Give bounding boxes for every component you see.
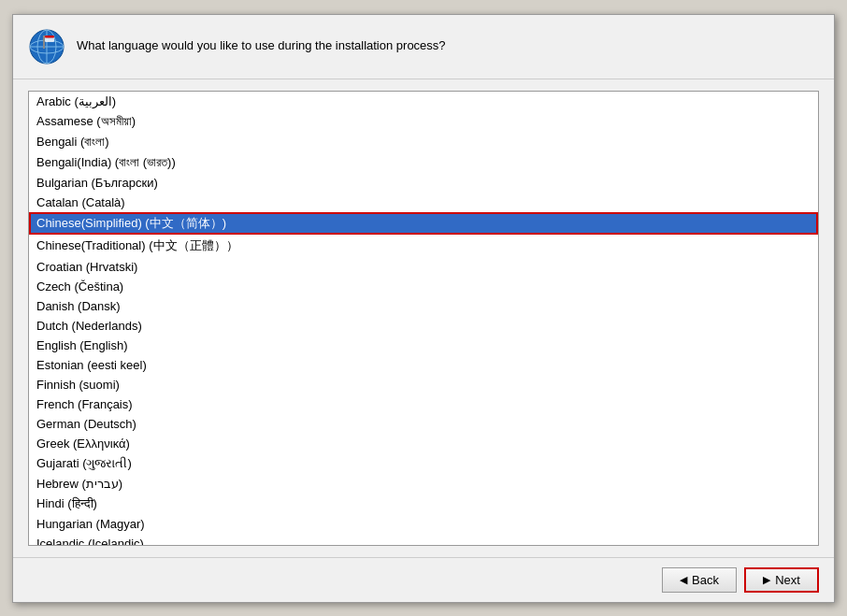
- list-item[interactable]: English (English): [29, 336, 818, 355]
- back-arrow-icon: ◀: [680, 574, 687, 586]
- svg-rect-7: [43, 36, 45, 49]
- list-item[interactable]: Gujarati (ગુજરાતી): [29, 453, 818, 474]
- installer-icon: [28, 28, 65, 65]
- next-arrow-icon: ▶: [763, 574, 770, 586]
- dialog-content: Arabic (العربية)Assamese (অসমীয়া)Bengal…: [13, 79, 834, 557]
- next-label: Next: [775, 573, 800, 587]
- dialog-footer: ◀ Back ▶ Next: [13, 557, 834, 602]
- list-item[interactable]: Hebrew (עברית): [29, 474, 818, 494]
- list-item[interactable]: Czech (Čeština): [29, 277, 818, 296]
- list-item[interactable]: Bengali (বাংলা): [29, 132, 818, 152]
- list-item[interactable]: Finnish (suomi): [29, 375, 818, 394]
- list-item[interactable]: Danish (Dansk): [29, 296, 818, 316]
- list-item[interactable]: Chinese(Traditional) (中文（正體））: [29, 235, 818, 257]
- installer-dialog: What language would you like to use duri…: [12, 14, 835, 603]
- next-button[interactable]: ▶ Next: [744, 567, 819, 593]
- svg-rect-6: [45, 36, 54, 38]
- dialog-header: What language would you like to use duri…: [13, 15, 834, 79]
- list-item[interactable]: Greek (Ελληνικά): [29, 434, 818, 453]
- list-item[interactable]: Arabic (العربية): [29, 92, 818, 111]
- list-item[interactable]: Hungarian (Magyar): [29, 514, 818, 534]
- back-button[interactable]: ◀ Back: [662, 567, 737, 593]
- list-item[interactable]: Croatian (Hrvatski): [29, 257, 818, 277]
- list-item[interactable]: Catalan (Català): [29, 193, 818, 212]
- language-list-scroll[interactable]: Arabic (العربية)Assamese (অসমীয়া)Bengal…: [29, 92, 818, 545]
- language-list-container: Arabic (العربية)Assamese (অসমীয়া)Bengal…: [28, 91, 819, 546]
- list-item[interactable]: Hindi (हिन्दी): [29, 494, 818, 514]
- list-item[interactable]: German (Deutsch): [29, 414, 818, 434]
- list-item[interactable]: Bulgarian (Български): [29, 173, 818, 193]
- list-item[interactable]: Assamese (অসমীয়া): [29, 111, 818, 132]
- list-item[interactable]: Bengali(India) (বাংলা (ভারত)): [29, 152, 818, 173]
- list-item[interactable]: Icelandic (Icelandic): [29, 534, 818, 545]
- dialog-title: What language would you like to use duri…: [77, 37, 446, 54]
- list-item[interactable]: Dutch (Nederlands): [29, 316, 818, 336]
- back-label: Back: [692, 573, 719, 587]
- list-item[interactable]: Estonian (eesti keel): [29, 355, 818, 375]
- list-item[interactable]: Chinese(Simplified) (中文（简体）): [29, 212, 818, 235]
- list-item[interactable]: French (Français): [29, 394, 818, 414]
